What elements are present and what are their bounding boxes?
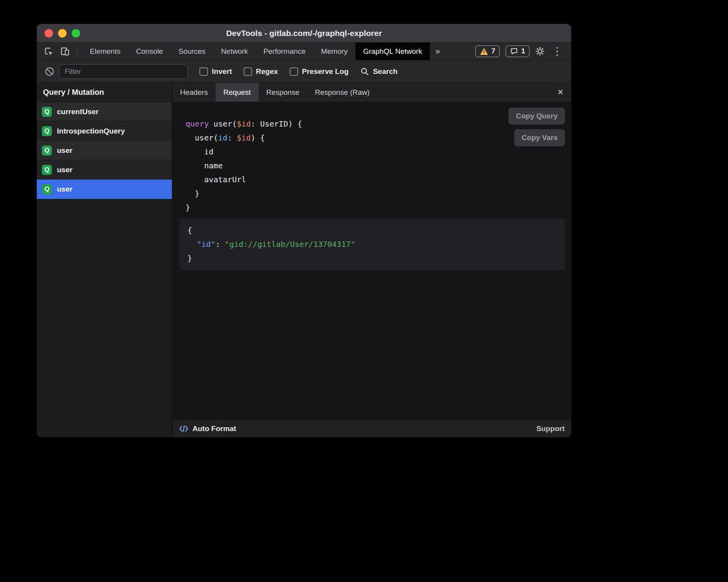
tab-sources[interactable]: Sources (171, 43, 213, 60)
tab-console[interactable]: Console (128, 43, 171, 60)
regex-checkbox[interactable] (244, 67, 252, 76)
code-line: "id": "gid://gitlab/User/13704317" (187, 237, 557, 251)
device-toolbar-icon[interactable] (60, 46, 70, 56)
devtools-toolbar: Elements Console Sources Network Perform… (37, 43, 571, 60)
tab-graphql-network[interactable]: GraphQL Network (355, 43, 430, 60)
request-variables-box: { "id": "gid://gitlab/User/13704317"} (179, 218, 565, 270)
clear-icon[interactable] (45, 67, 55, 77)
code-line: } (187, 251, 557, 265)
detail-tab-strip: Headers Request Response Response (Raw) … (172, 83, 571, 102)
code-line: } (185, 187, 571, 200)
search-icon (360, 67, 369, 76)
search-label: Search (373, 67, 397, 76)
code-line: { (187, 223, 557, 237)
query-item-label: currentUser (57, 108, 99, 116)
query-type-icon: Q (42, 126, 52, 136)
query-item-label: user (57, 166, 72, 174)
main-area: Query / Mutation Q currentUser Q Introsp… (37, 83, 571, 437)
auto-format-button[interactable]: Auto Format (179, 425, 236, 433)
warning-icon (480, 48, 488, 55)
preserve-log-checkbox[interactable] (290, 67, 298, 76)
issues-badge[interactable]: 1 (505, 45, 530, 57)
regex-checkbox-group: Regex (244, 67, 278, 76)
toolbar-left-icons (37, 43, 82, 60)
invert-checkbox[interactable] (199, 67, 208, 76)
zoom-window-button[interactable] (72, 29, 80, 38)
tab-response[interactable]: Response (259, 83, 307, 102)
message-icon (510, 47, 518, 55)
toolbar-right-icons: 7 1 ⋮ (475, 43, 571, 60)
tab-performance[interactable]: Performance (256, 43, 313, 60)
query-type-icon: Q (42, 165, 52, 175)
tab-headers[interactable]: Headers (172, 83, 216, 102)
devtools-window: DevTools - gitlab.com/-/graphql-explorer… (37, 24, 571, 437)
query-list-item-user-2[interactable]: Q user (37, 160, 172, 180)
request-variables-json: { "id": "gid://gitlab/User/13704317"} (187, 223, 557, 265)
tab-elements[interactable]: Elements (82, 43, 128, 60)
preserve-log-checkbox-group: Preserve Log (290, 67, 349, 76)
window-title: DevTools - gitlab.com/-/graphql-explorer (37, 29, 571, 38)
code-line: } (185, 200, 571, 214)
filter-input[interactable] (59, 64, 188, 79)
titlebar: DevTools - gitlab.com/-/graphql-explorer (37, 24, 571, 43)
tab-memory[interactable]: Memory (313, 43, 355, 60)
devtools-tab-strip: Elements Console Sources Network Perform… (82, 43, 445, 60)
issue-count: 1 (521, 47, 525, 55)
regex-label: Regex (256, 67, 278, 76)
code-line: id (185, 145, 571, 159)
kebab-menu-icon[interactable]: ⋮ (550, 46, 564, 57)
query-list-header: Query / Mutation (37, 83, 172, 102)
traffic-lights (45, 24, 80, 42)
search-button[interactable]: Search (360, 67, 397, 76)
invert-checkbox-group: Invert (199, 67, 232, 76)
code-line: name (185, 159, 571, 173)
detail-panel: Headers Request Response Response (Raw) … (172, 83, 571, 437)
detail-footer: Auto Format Support (172, 419, 571, 437)
tab-request[interactable]: Request (216, 83, 259, 102)
query-list-item-user-3-selected[interactable]: Q user (37, 180, 172, 199)
filter-bar: Invert Regex Preserve Log Search (37, 60, 571, 83)
query-list-item-currentuser[interactable]: Q currentUser (37, 102, 172, 122)
close-window-button[interactable] (45, 29, 53, 38)
code-line: avatarUrl (185, 173, 571, 187)
warning-count: 7 (491, 47, 495, 55)
tab-response-raw[interactable]: Response (Raw) (307, 83, 378, 102)
invert-label: Invert (212, 67, 232, 76)
query-list-panel: Query / Mutation Q currentUser Q Introsp… (37, 83, 172, 437)
warnings-badge[interactable]: 7 (475, 45, 500, 57)
close-detail-icon[interactable]: × (555, 83, 566, 102)
more-tabs-chevron[interactable]: » (430, 43, 445, 60)
tab-network[interactable]: Network (213, 43, 256, 60)
query-list-item-user-1[interactable]: Q user (37, 141, 172, 160)
minimize-window-button[interactable] (58, 29, 67, 38)
request-content: query user($id: UserID) { user(id: $id) … (172, 102, 571, 419)
query-item-label: IntrospectionQuery (57, 127, 125, 135)
query-type-icon: Q (42, 146, 52, 156)
query-list-item-introspectionquery[interactable]: Q IntrospectionQuery (37, 122, 172, 141)
auto-format-label: Auto Format (192, 425, 236, 433)
query-item-label: user (57, 185, 72, 193)
code-brackets-icon (179, 425, 189, 433)
preserve-log-label: Preserve Log (302, 67, 349, 76)
inspect-element-icon[interactable] (44, 46, 54, 56)
copy-vars-button[interactable]: Copy Vars (514, 129, 565, 146)
query-type-icon: Q (42, 107, 52, 117)
toolbar-divider (77, 46, 77, 56)
query-item-label: user (57, 146, 72, 155)
copy-buttons: Copy Query Copy Vars (508, 108, 565, 146)
query-type-icon: Q (42, 184, 52, 194)
settings-gear-icon[interactable] (535, 46, 545, 56)
support-link[interactable]: Support (536, 425, 565, 433)
copy-query-button[interactable]: Copy Query (508, 108, 565, 125)
